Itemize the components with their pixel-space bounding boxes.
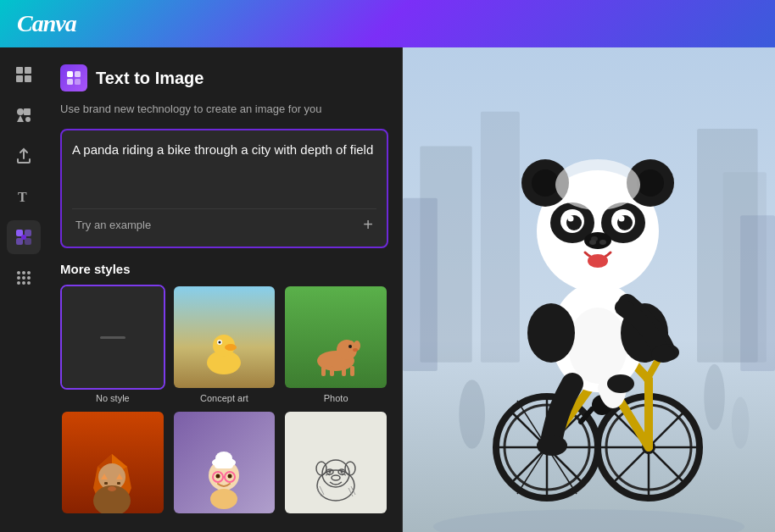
svg-point-15 — [27, 271, 31, 274]
portrait-svg — [81, 450, 144, 513]
svg-point-141 — [637, 169, 664, 197]
svg-rect-23 — [75, 71, 81, 77]
svg-point-28 — [225, 344, 237, 351]
svg-point-137 — [588, 254, 608, 268]
sidebar-icon-text[interactable]: T — [7, 180, 41, 213]
svg-rect-50 — [117, 482, 120, 485]
svg-point-4 — [17, 108, 24, 115]
svg-point-51 — [108, 486, 116, 491]
panel: Text to Image Use brand new technology t… — [47, 47, 403, 532]
style-thumb-sketch — [283, 410, 388, 515]
svg-point-121 — [651, 346, 675, 363]
svg-rect-10 — [16, 238, 23, 245]
style-no-style[interactable]: No style — [60, 285, 165, 403]
style-photo[interactable]: Photo — [283, 285, 388, 403]
svg-rect-22 — [67, 71, 73, 77]
svg-point-63 — [322, 460, 349, 487]
sketch-svg — [304, 450, 368, 513]
svg-line-71 — [317, 488, 321, 496]
panel-description: Use brand new technology to create an im… — [60, 102, 388, 117]
svg-rect-80 — [403, 198, 438, 371]
styles-row2 — [60, 410, 388, 518]
panel-icon — [60, 64, 87, 91]
svg-rect-24 — [67, 79, 73, 85]
svg-point-136 — [599, 240, 606, 245]
svg-point-40 — [348, 345, 352, 348]
sidebar-icon-ai[interactable] — [7, 220, 41, 254]
svg-point-21 — [27, 281, 31, 285]
sidebar-icon-grid[interactable] — [7, 58, 41, 91]
svg-point-17 — [22, 276, 25, 280]
svg-rect-0 — [16, 67, 23, 74]
corgi-svg — [304, 329, 368, 384]
svg-point-30 — [219, 341, 221, 343]
style-label-photo: Photo — [324, 393, 348, 403]
sidebar-icons: T — [0, 47, 47, 532]
svg-point-66 — [328, 470, 331, 473]
panda-svg — [462, 91, 716, 532]
sidebar-icon-upload[interactable] — [7, 139, 41, 173]
3d-character-svg — [192, 450, 256, 513]
style-label-concept-art: Concept art — [200, 393, 248, 403]
try-example-plus-icon[interactable]: + — [363, 216, 373, 233]
svg-point-69 — [316, 462, 326, 475]
style-portrait[interactable] — [60, 410, 165, 518]
svg-point-61 — [227, 474, 231, 478]
panel-title: Text to Image — [96, 69, 204, 88]
try-example-row: Try an example + — [72, 208, 376, 236]
svg-point-123 — [607, 374, 634, 393]
sidebar-icon-apps[interactable] — [7, 261, 41, 295]
svg-point-132 — [618, 216, 624, 222]
sidebar-icon-elements[interactable] — [7, 98, 41, 132]
svg-point-41 — [353, 348, 358, 352]
svg-point-12 — [21, 235, 26, 240]
svg-rect-1 — [25, 67, 31, 74]
svg-rect-9 — [25, 230, 31, 236]
svg-rect-11 — [25, 238, 31, 245]
svg-point-135 — [589, 240, 596, 245]
style-sketch[interactable] — [283, 410, 388, 518]
svg-rect-25 — [75, 79, 81, 85]
style-thumb-no-style — [60, 285, 165, 390]
svg-point-140 — [532, 169, 559, 197]
prompt-container[interactable]: A panda riding a bike through a city wit… — [60, 129, 388, 248]
main-layout: T — [0, 47, 775, 532]
svg-point-70 — [345, 462, 355, 475]
prompt-textarea[interactable]: A panda riding a bike through a city wit… — [72, 141, 376, 200]
svg-point-68 — [332, 475, 340, 480]
svg-rect-8 — [16, 230, 23, 236]
svg-point-16 — [17, 276, 20, 280]
svg-point-117 — [568, 308, 627, 384]
duck-svg — [194, 322, 254, 381]
svg-rect-2 — [16, 75, 23, 82]
svg-rect-81 — [740, 215, 775, 371]
svg-rect-6 — [25, 117, 31, 122]
svg-point-13 — [17, 271, 20, 274]
svg-rect-36 — [321, 366, 326, 376]
panel-header: Text to Image — [60, 64, 388, 91]
svg-rect-38 — [342, 366, 346, 376]
no-style-dash — [100, 336, 125, 339]
svg-point-131 — [567, 216, 573, 222]
svg-point-118 — [527, 303, 575, 363]
more-styles-title: More styles — [60, 262, 388, 276]
style-thumb-3d — [172, 410, 277, 515]
svg-point-133 — [584, 232, 611, 249]
panda-scene — [403, 47, 775, 532]
svg-text:T: T — [18, 190, 27, 204]
svg-point-56 — [215, 452, 232, 465]
try-example-button[interactable]: Try an example — [75, 219, 151, 231]
svg-point-142 — [555, 159, 640, 210]
svg-point-67 — [340, 470, 343, 473]
svg-rect-39 — [350, 366, 354, 376]
svg-point-122 — [537, 435, 567, 456]
style-3d[interactable] — [172, 410, 277, 518]
svg-point-53 — [210, 489, 237, 509]
style-concept-art[interactable]: Concept art — [172, 285, 277, 403]
style-thumb-portrait — [60, 410, 165, 515]
svg-rect-5 — [24, 108, 31, 115]
style-thumb-photo — [283, 285, 388, 390]
image-area — [403, 47, 775, 532]
svg-point-19 — [17, 281, 20, 285]
canva-logo: Canva — [17, 10, 76, 37]
